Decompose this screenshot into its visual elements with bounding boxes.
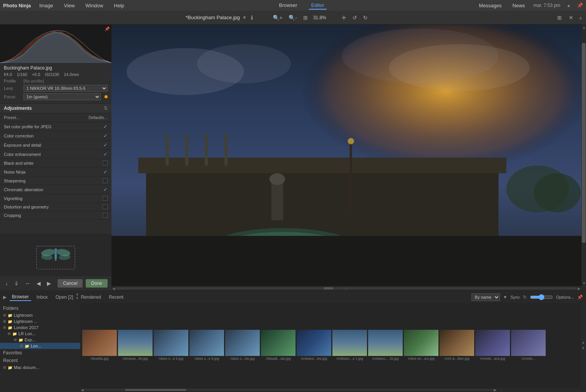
adjustment-item-7[interactable]: Chromatic aberration✓	[0, 185, 111, 194]
tab-recent[interactable]: Recent	[106, 294, 126, 301]
thumbnail-item-3[interactable]: Alpes s...e 8.jpg	[189, 330, 224, 361]
close-view-button[interactable]: ✕	[567, 13, 575, 22]
info-button[interactable]: ℹ	[249, 13, 255, 22]
expand-icon[interactable]: ⊞	[14, 338, 17, 342]
expand-icon[interactable]: ⊞	[3, 313, 6, 317]
thumbnail-item-4[interactable]: Alpes s...nie.jpg	[225, 330, 260, 361]
adjustment-checkbox-5[interactable]: ✓	[103, 169, 108, 175]
adjustment-item-1[interactable]: Color correction✓	[0, 131, 111, 141]
scroll-right-button[interactable]: ▶	[577, 286, 581, 291]
thumbnail-item-12[interactable]: Arrivée...	[511, 330, 546, 361]
nav-next-button[interactable]: ▶	[45, 280, 53, 287]
bottom-scroll-left[interactable]: ◀	[81, 388, 84, 392]
folder-lon-active[interactable]: ⊟ 📁 Lon...	[0, 343, 80, 349]
expand-icon[interactable]: ⊞	[3, 326, 6, 329]
thumb-scroll-up[interactable]: ▲	[581, 340, 585, 344]
scroll-down-button[interactable]: ▼	[581, 280, 586, 286]
folder-lightroom2[interactable]: ⊞ 📁 Lightroom ...	[0, 318, 80, 324]
adjustment-item-10[interactable]: Cropping	[0, 211, 111, 220]
nav-down-button[interactable]: ↓	[4, 280, 10, 287]
thumb-scroll-down[interactable]: ▼	[581, 346, 585, 350]
pin-browser-icon[interactable]: 📌	[577, 294, 583, 300]
bottom-scroll-thumb[interactable]	[125, 389, 186, 391]
thumbnail-item-8[interactable]: Ambianc... 1b.jpg	[368, 330, 403, 361]
menu-help[interactable]: Help	[112, 2, 127, 9]
zoom-out-button[interactable]: 🔍-	[287, 13, 299, 22]
adjustment-item-6[interactable]: Sharpening	[0, 177, 111, 185]
thumbnail-item-7[interactable]: Ambianc...e 1.jpg	[332, 330, 367, 361]
folder-lr-lon[interactable]: ⊞ 📁 LR Lon...	[0, 331, 80, 337]
expand-icon[interactable]: ⊞	[3, 319, 6, 323]
folder-mac-doc[interactable]: ⊞ 📁 Mac docum...	[0, 364, 80, 370]
thumbnail-item-0[interactable]: Abuelita.jpg	[82, 330, 117, 361]
adjustment-item-0[interactable]: Set color profile for JPEG✓	[0, 122, 111, 131]
thumbnail-item-1[interactable]: Aeropue...lto.jpg	[118, 330, 153, 361]
thumbnail-item-11[interactable]: Arrivée...aca.jpg	[475, 330, 510, 361]
sync-slider[interactable]	[530, 294, 553, 300]
expand-icon[interactable]: ⊞	[8, 332, 11, 336]
adjustment-item-8[interactable]: Vignetting	[0, 194, 111, 203]
menu-view[interactable]: View	[61, 2, 77, 9]
horizontal-scrollbar[interactable]: ◀ ⁞ ▶	[111, 286, 581, 291]
adjustment-checkbox-8[interactable]	[103, 196, 108, 201]
folder-scroll-down[interactable]: ▼	[75, 296, 79, 300]
nav-left-right-button[interactable]: ↔	[23, 280, 32, 287]
folder-lightroom1[interactable]: ⊞ 📁 Lightroom	[0, 312, 80, 318]
adjustment-item-5[interactable]: Noise Ninja✓	[0, 167, 111, 177]
tab-browser[interactable]: Browser	[10, 293, 31, 301]
adjustment-checkbox-7[interactable]: ✓	[103, 187, 108, 192]
menu-editor[interactable]: Editor	[309, 2, 327, 10]
thumbnail-item-2[interactable]: Alpes s...e 6.jpg	[154, 330, 188, 361]
tab-open[interactable]: Open [2]	[53, 294, 75, 301]
folders-section[interactable]: Folders	[0, 304, 80, 312]
arrow-up-icon[interactable]: ▲	[566, 3, 571, 8]
pin-icon[interactable]: 📌	[577, 3, 583, 8]
scroll-thumb[interactable]	[582, 43, 586, 243]
tab-inbox[interactable]: Inbox	[34, 294, 50, 301]
adjustment-checkbox-4[interactable]	[103, 160, 108, 165]
scrollbar-up-icon[interactable]: ▲	[578, 15, 583, 20]
done-button[interactable]: Done	[86, 279, 108, 288]
defaults-button[interactable]: Defaults...	[88, 115, 108, 120]
menu-news[interactable]: News	[510, 2, 528, 9]
zoom-in-button[interactable]: 🔍+	[271, 13, 284, 22]
thumbnail-item-5[interactable]: Altstadt...ute.jpg	[261, 330, 295, 361]
adjustment-item-3[interactable]: Color enhancement✓	[0, 150, 111, 159]
lens-select[interactable]: 1 NIKKOR VR 10-30mm f/3.5-5	[23, 85, 108, 92]
adjustments-menu-icon[interactable]: ⇅	[104, 106, 108, 111]
folder-london2017[interactable]: ⊞ 📁 London 2017	[0, 324, 80, 331]
options-button[interactable]: Options...	[556, 295, 574, 299]
adjustment-checkbox-3[interactable]: ✓	[103, 151, 108, 157]
adjustment-item-4[interactable]: Black and white	[0, 159, 111, 167]
scroll-up-button[interactable]: ▲	[581, 25, 586, 30]
sync-button[interactable]: ↻	[523, 294, 527, 300]
adjustment-checkbox-9[interactable]	[103, 204, 108, 209]
adjustment-checkbox-0[interactable]: ✓	[103, 124, 108, 129]
preset-button[interactable]: Preset...	[4, 115, 20, 120]
zoom-fit-button[interactable]: ⊞	[301, 13, 310, 22]
rotate-left-button[interactable]: ↺	[350, 13, 359, 22]
resize-handle[interactable]: ⋮	[498, 388, 505, 392]
tab-rendered[interactable]: Rendered	[78, 294, 103, 301]
h-scroll-thumb[interactable]	[324, 287, 333, 289]
expand-icon[interactable]: ⊞	[3, 366, 6, 369]
folder-exp[interactable]: ⊞ 📁 Exp...	[0, 337, 80, 343]
nav-prev-button[interactable]: ◀	[35, 280, 42, 287]
favorites-section[interactable]: Favorites	[0, 349, 80, 357]
move-tool-button[interactable]: ✛	[340, 13, 348, 22]
rotate-right-button[interactable]: ↻	[361, 13, 370, 22]
adjustment-checkbox-2[interactable]: ✓	[103, 142, 108, 148]
adjustment-checkbox-6[interactable]	[103, 178, 108, 183]
histogram-pin[interactable]: 📌	[105, 26, 110, 31]
adjustment-checkbox-1[interactable]: ✓	[103, 133, 108, 139]
sort-select[interactable]: By name	[471, 293, 500, 301]
thumbnail-item-6[interactable]: Ambianc...ies.jpg	[297, 330, 331, 361]
adjustment-item-9[interactable]: Distortion and geometry	[0, 203, 111, 211]
sort-dropdown-icon[interactable]: ▼	[503, 294, 508, 300]
nav-double-down-button[interactable]: ⇓	[13, 280, 20, 287]
scroll-left-button[interactable]: ◀	[111, 286, 116, 291]
thumbnail-item-9[interactable]: Arbre en...urs.jpg	[404, 330, 438, 361]
menu-browser[interactable]: Browser	[277, 2, 300, 10]
bottom-scroll-right[interactable]: ▶	[494, 388, 497, 392]
thumbnail-item-10[interactable]: Arch &...Ben.jpg	[440, 330, 474, 361]
